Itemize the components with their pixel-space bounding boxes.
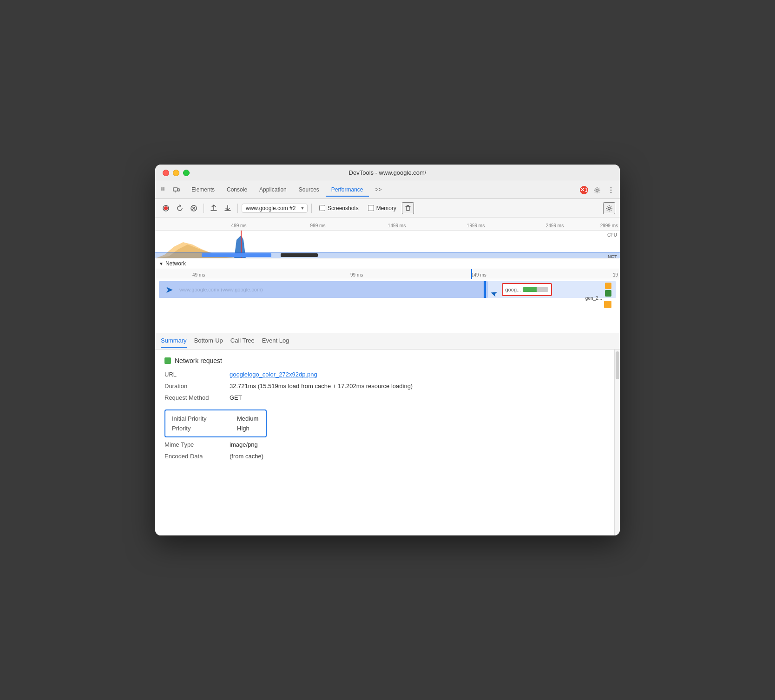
method-label: Request Method (164, 394, 230, 401)
screenshots-checkbox-group[interactable]: Screenshots (319, 205, 359, 211)
tab-elements[interactable]: Elements (186, 184, 220, 197)
priority-value: High (237, 425, 250, 432)
title-bar: DevTools - www.google.com/ (155, 165, 620, 181)
svg-rect-4 (173, 188, 177, 191)
minimize-button[interactable] (173, 170, 179, 176)
tab-summary[interactable]: Summary (161, 334, 187, 348)
mime-row: Mime Type image/png (164, 441, 605, 448)
cursor-icon[interactable] (159, 185, 169, 195)
svg-point-16 (608, 207, 611, 209)
priority-row: Priority High (172, 425, 259, 432)
tab-bottom-up[interactable]: Bottom-Up (194, 334, 223, 348)
delete-button[interactable] (402, 202, 414, 214)
mime-label: Mime Type (164, 441, 230, 448)
error-count: 1 (585, 187, 587, 193)
tab-icons (159, 185, 181, 195)
network-request-row[interactable]: ➤ www.google.com/ (www.google.com) goog.… (159, 281, 616, 298)
analysis-tabs-bar: Summary Bottom-Up Call Tree Event Log (155, 333, 620, 350)
encoded-row: Encoded Data (from cache) (164, 453, 605, 460)
progress-bar (523, 287, 548, 292)
devtools-window: DevTools - www.google.com/ Elements (155, 165, 620, 535)
svg-rect-3 (163, 189, 164, 191)
annotation-box: goog... (502, 283, 552, 296)
record-button[interactable] (160, 202, 172, 214)
section-title: Network request (175, 357, 222, 364)
url-row: URL googlelogo_color_272x92dp.png (164, 371, 605, 378)
profile-select[interactable]: www.google.com #2 (242, 204, 308, 213)
maximize-button[interactable] (183, 170, 190, 176)
tab-performance[interactable]: Performance (326, 184, 369, 197)
upload-button[interactable] (208, 202, 220, 214)
tab-sources[interactable]: Sources (293, 184, 325, 197)
ruler-1999: 1999 ms (467, 223, 485, 228)
toolbar-settings-icon[interactable] (603, 202, 615, 214)
network-bar-main (159, 281, 488, 298)
tab-console[interactable]: Console (221, 184, 253, 197)
screenshots-checkbox[interactable] (319, 205, 325, 211)
resource-squares (605, 283, 611, 297)
reload-button[interactable] (174, 202, 186, 214)
svg-point-7 (596, 189, 598, 191)
svg-rect-0 (161, 187, 163, 189)
net-label: NET (608, 255, 617, 258)
tab-call-tree[interactable]: Call Tree (230, 334, 255, 348)
cpu-chart: CPU NET (155, 231, 620, 258)
initial-priority-label: Initial Priority (172, 415, 237, 422)
network-timeline: ▼ Network 49 ms 99 ms 149 ms 19 ➤ www.go… (155, 258, 620, 333)
scrollbar-thumb[interactable] (616, 351, 619, 379)
initial-priority-value: Medium (237, 415, 258, 422)
url-label: URL (164, 371, 230, 378)
svg-point-9 (611, 189, 611, 190)
summary-scroll-area: Network request URL googlelogo_color_272… (155, 350, 620, 535)
ruler-1499: 1499 ms (388, 223, 406, 228)
network-section-label: Network (165, 260, 186, 267)
tab-more[interactable]: >> (370, 184, 388, 197)
annotation-text: goog... (506, 287, 521, 292)
mime-value: image/png (230, 441, 258, 448)
collapse-icon[interactable]: ▼ (159, 261, 164, 266)
timeline-area: 499 ms 999 ms 1499 ms 1999 ms 2499 ms 29… (155, 218, 620, 333)
error-badge: ✕ 1 (580, 186, 588, 194)
summary-panel: Network request URL googlelogo_color_272… (155, 350, 614, 535)
separator-3 (311, 204, 312, 213)
url-value[interactable]: googlelogo_color_272x92dp.png (230, 371, 317, 378)
ruler-499: 499 ms (231, 223, 247, 228)
svg-rect-2 (161, 189, 163, 191)
tab-event-log[interactable]: Event Log (262, 334, 289, 348)
svg-rect-1 (163, 187, 164, 189)
ruler-999: 999 ms (310, 223, 326, 228)
gen-square-yellow (604, 301, 611, 308)
duration-value: 32.721ms (15.519ms load from cache + 17.… (230, 383, 413, 390)
settings-gear-icon[interactable] (592, 185, 602, 195)
ruler-2999: 2999 ms (600, 223, 618, 228)
window-title: DevTools - www.google.com/ (349, 169, 427, 176)
separator-1 (204, 204, 204, 213)
close-button[interactable] (163, 170, 169, 176)
ruler-2499: 2499 ms (546, 223, 564, 228)
method-value: GET (230, 394, 242, 401)
method-row: Request Method GET (164, 394, 605, 401)
priority-box: Initial Priority Medium Priority High (164, 409, 267, 437)
duration-label: Duration (164, 383, 230, 390)
gen2-row: gen_2... (159, 300, 616, 309)
svg-point-8 (611, 187, 611, 188)
left-arrow-icon: ➤ (165, 284, 173, 295)
net-ruler-49: 49 ms (192, 272, 205, 277)
clear-button[interactable] (188, 202, 200, 214)
screenshots-label: Screenshots (328, 205, 359, 211)
svg-point-10 (611, 192, 611, 192)
tab-application[interactable]: Application (254, 184, 292, 197)
scrollbar[interactable] (614, 350, 620, 535)
svg-rect-5 (178, 189, 179, 191)
network-section-header: ▼ Network (155, 258, 620, 269)
memory-checkbox[interactable] (368, 205, 374, 211)
download-button[interactable] (222, 202, 234, 214)
devtools-tabs-bar: Elements Console Application Sources Per… (155, 181, 620, 199)
profile-selector[interactable]: www.google.com #2 ▼ (242, 204, 308, 213)
more-options-icon[interactable] (606, 185, 616, 195)
priority-label: Priority (172, 425, 237, 432)
device-icon[interactable] (171, 185, 181, 195)
summary-section-header: Network request (164, 357, 605, 364)
right-arrow-icon: ➤ (489, 288, 499, 300)
memory-checkbox-group[interactable]: Memory (368, 205, 396, 211)
